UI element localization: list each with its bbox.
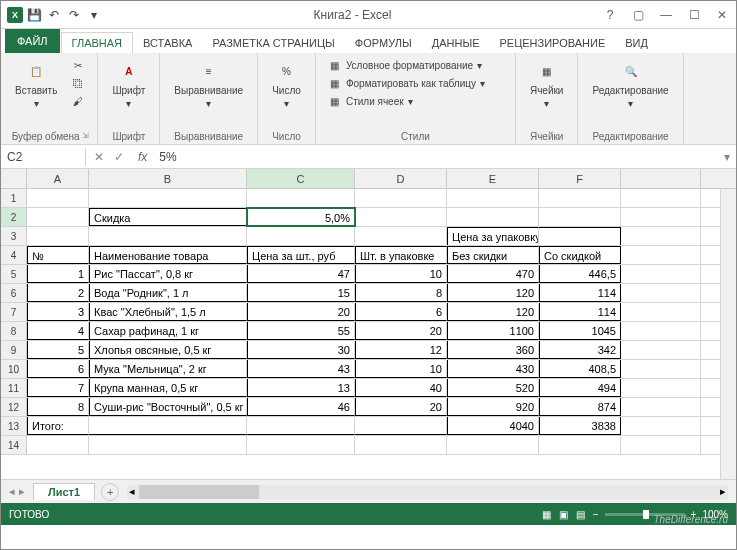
launcher-icon[interactable]: ⇲ (82, 131, 89, 140)
copy-button[interactable]: ⿻ (67, 75, 89, 91)
col-header-b[interactable]: B (89, 169, 247, 188)
select-all-corner[interactable] (1, 169, 27, 188)
cell[interactable]: 5 (27, 341, 89, 359)
cell[interactable] (621, 379, 701, 397)
cell[interactable]: 55 (247, 322, 355, 340)
sheet-nav-prev-icon[interactable]: ◂ (9, 485, 15, 498)
cell[interactable] (621, 189, 701, 207)
cell[interactable]: 8 (27, 398, 89, 416)
cell[interactable] (27, 227, 89, 245)
cell[interactable] (27, 189, 89, 207)
add-sheet-button[interactable]: + (101, 483, 119, 501)
ribbon-options-icon[interactable]: ▢ (624, 3, 652, 27)
cell[interactable]: 446,5 (539, 265, 621, 283)
format-painter-button[interactable]: 🖌 (67, 93, 89, 109)
cut-button[interactable]: ✂ (67, 57, 89, 73)
tab-insert[interactable]: ВСТАВКА (133, 33, 202, 53)
cell[interactable] (621, 322, 701, 340)
row-header[interactable]: 5 (1, 265, 27, 283)
tab-layout[interactable]: РАЗМЕТКА СТРАНИЦЫ (202, 33, 344, 53)
row-header[interactable]: 11 (1, 379, 27, 397)
row-header[interactable]: 6 (1, 284, 27, 302)
cell[interactable] (247, 227, 355, 245)
row-header[interactable]: 7 (1, 303, 27, 321)
cell[interactable]: 10 (355, 360, 447, 378)
conditional-formatting-button[interactable]: ▦Условное форматирование ▾ (324, 57, 489, 73)
cell[interactable]: 5,0% (247, 208, 355, 226)
font-button[interactable]: A Шрифт ▾ (106, 57, 151, 111)
cell[interactable] (447, 436, 539, 454)
row-header[interactable]: 14 (1, 436, 27, 454)
qat-dropdown-icon[interactable]: ▾ (85, 6, 103, 24)
cell[interactable]: 114 (539, 303, 621, 321)
col-header-a[interactable]: A (27, 169, 89, 188)
cell[interactable] (539, 436, 621, 454)
row-header[interactable]: 12 (1, 398, 27, 416)
editing-button[interactable]: 🔍 Редактирование ▾ (586, 57, 674, 111)
cell[interactable]: 470 (447, 265, 539, 283)
cell[interactable] (355, 189, 447, 207)
cell[interactable]: Цена за упаковку, руб (447, 227, 539, 245)
cell[interactable] (27, 208, 89, 226)
cell[interactable]: Хлопья овсяные, 0,5 кг (89, 341, 247, 359)
cell[interactable] (539, 208, 621, 226)
cell[interactable]: 4040 (447, 417, 539, 435)
cell[interactable]: 430 (447, 360, 539, 378)
cell[interactable]: 10 (355, 265, 447, 283)
cell[interactable]: 43 (247, 360, 355, 378)
vertical-scrollbar[interactable] (720, 189, 736, 479)
cell[interactable]: Шт. в упаковке (355, 246, 447, 264)
cell[interactable]: 920 (447, 398, 539, 416)
tab-review[interactable]: РЕЦЕНЗИРОВАНИЕ (489, 33, 615, 53)
cell[interactable]: 1100 (447, 322, 539, 340)
maximize-icon[interactable]: ☐ (680, 3, 708, 27)
cell[interactable] (621, 398, 701, 416)
col-header-f[interactable]: F (539, 169, 621, 188)
cell[interactable] (27, 436, 89, 454)
tab-data[interactable]: ДАННЫЕ (422, 33, 490, 53)
row-header[interactable]: 9 (1, 341, 27, 359)
cell[interactable]: 408,5 (539, 360, 621, 378)
cell[interactable] (621, 360, 701, 378)
col-header-c[interactable]: C (247, 169, 355, 188)
cell[interactable] (447, 189, 539, 207)
cell[interactable]: Цена за шт., руб (247, 246, 355, 264)
cell[interactable]: 20 (355, 398, 447, 416)
cell[interactable] (621, 284, 701, 302)
cell[interactable]: Мука "Мельница", 2 кг (89, 360, 247, 378)
cell[interactable]: 7 (27, 379, 89, 397)
cell[interactable] (621, 265, 701, 283)
row-header[interactable]: 4 (1, 246, 27, 264)
view-normal-icon[interactable]: ▦ (542, 509, 551, 520)
cell[interactable] (621, 417, 701, 435)
cell[interactable]: 30 (247, 341, 355, 359)
cell[interactable]: Сахар рафинад, 1 кг (89, 322, 247, 340)
cell[interactable]: Итого: (27, 417, 89, 435)
cell[interactable]: Скидка (89, 208, 247, 226)
cell[interactable]: Вода "Родник", 1 л (89, 284, 247, 302)
cell[interactable]: Крупа манная, 0,5 кг (89, 379, 247, 397)
cell[interactable]: Квас "Хлебный", 1,5 л (89, 303, 247, 321)
row-header[interactable]: 1 (1, 189, 27, 207)
cell[interactable]: 342 (539, 341, 621, 359)
cell[interactable]: 1 (27, 265, 89, 283)
redo-icon[interactable]: ↷ (65, 6, 83, 24)
cell[interactable]: Суши-рис "Восточный", 0,5 кг (89, 398, 247, 416)
cell[interactable]: 40 (355, 379, 447, 397)
number-button[interactable]: % Число ▾ (266, 57, 307, 111)
cell[interactable] (89, 189, 247, 207)
cells-button[interactable]: ▦ Ячейки ▾ (524, 57, 570, 111)
cell[interactable] (621, 208, 701, 226)
name-box[interactable]: C2 (1, 148, 86, 166)
cell[interactable]: Рис "Пассат", 0,8 кг (89, 265, 247, 283)
formula-expand-icon[interactable]: ▾ (718, 150, 736, 164)
cell[interactable]: 520 (447, 379, 539, 397)
cell-styles-button[interactable]: ▦Стили ячеек ▾ (324, 93, 489, 109)
view-pagebreak-icon[interactable]: ▤ (576, 509, 585, 520)
minimize-icon[interactable]: — (652, 3, 680, 27)
cell[interactable]: 3 (27, 303, 89, 321)
cell[interactable]: 12 (355, 341, 447, 359)
cell[interactable] (355, 417, 447, 435)
cell[interactable] (89, 227, 247, 245)
cell[interactable] (447, 208, 539, 226)
